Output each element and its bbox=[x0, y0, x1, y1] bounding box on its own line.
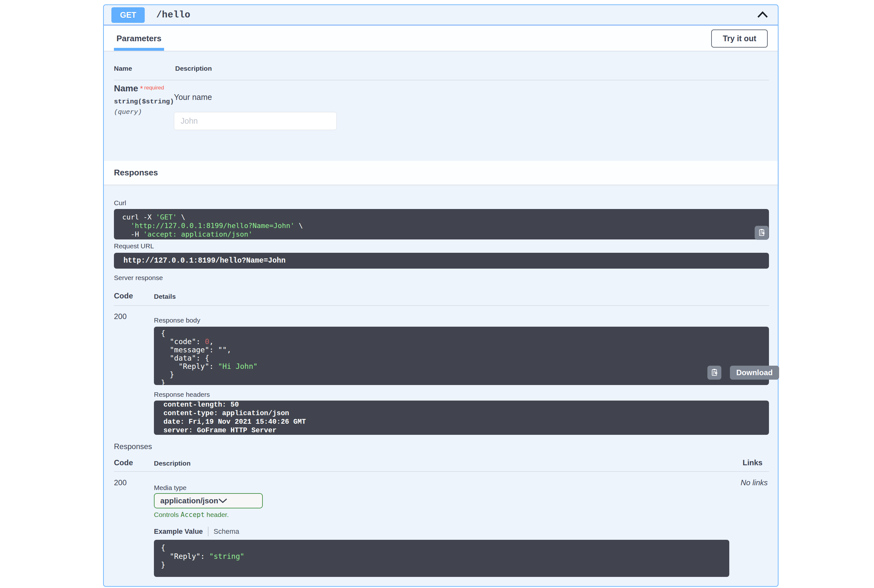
example-value-block: { "Reply": "string"} bbox=[154, 540, 729, 577]
endpoint-path: /hello bbox=[156, 10, 190, 20]
server-response-code-header: Code bbox=[114, 291, 133, 300]
required-asterisk: * bbox=[140, 84, 143, 93]
server-response-details-header: Details bbox=[154, 293, 176, 300]
operation-summary[interactable]: GET /hello bbox=[104, 5, 778, 26]
parameters-section-header: Parameters Try it out bbox=[104, 26, 778, 51]
media-type-label: Media type bbox=[154, 484, 187, 492]
no-links-text: No links bbox=[741, 478, 768, 487]
curl-command-block: curl -X 'GET' \ 'http://127.0.0.1:8199/h… bbox=[114, 209, 769, 240]
parameter-name: Name bbox=[114, 83, 138, 93]
documented-status-code: 200 bbox=[114, 478, 126, 487]
required-label: required bbox=[144, 85, 164, 91]
try-it-out-button[interactable]: Try it out bbox=[711, 30, 768, 48]
parameter-name-cell: Name*required bbox=[114, 83, 164, 93]
response-copy-button[interactable] bbox=[707, 366, 721, 380]
param-col-header-name: Name bbox=[114, 65, 132, 72]
chevron-up-icon bbox=[757, 14, 768, 19]
media-type-selected-value: application/json bbox=[160, 496, 218, 505]
curl-copy-button[interactable] bbox=[755, 226, 769, 240]
parameters-title: Parameters bbox=[116, 34, 161, 44]
responses-table-title: Responses bbox=[114, 442, 152, 451]
params-divider bbox=[114, 80, 769, 80]
param-col-header-description: Description bbox=[175, 65, 212, 72]
controls-accept-note: Controls Accept header. bbox=[154, 511, 229, 519]
copy-to-clipboard-icon bbox=[758, 228, 766, 237]
response-body-block: { "code": 0, "message": "", "data": { "R… bbox=[154, 327, 769, 385]
name-parameter-input[interactable] bbox=[174, 112, 337, 130]
request-url-label: Request URL bbox=[114, 242, 154, 250]
chevron-down-icon bbox=[218, 496, 227, 505]
response-body-label: Response body bbox=[154, 316, 200, 324]
tab-separator bbox=[208, 527, 209, 536]
tab-example-value[interactable]: Example Value bbox=[154, 527, 203, 536]
accept-header-code: Accept bbox=[181, 511, 205, 519]
swagger-page: GET /hello Parameters Try it out Name De… bbox=[0, 0, 874, 588]
media-type-select[interactable]: application/json bbox=[154, 493, 263, 508]
responses-table-divider bbox=[114, 471, 769, 472]
responses-section-header: Responses bbox=[104, 161, 778, 184]
server-response-status-code: 200 bbox=[114, 312, 126, 321]
download-button[interactable]: Download bbox=[730, 366, 779, 380]
collapse-button[interactable] bbox=[755, 9, 770, 21]
parameter-location: (query) bbox=[114, 108, 142, 116]
response-headers-label: Response headers bbox=[154, 391, 210, 398]
operation-block-get-hello: GET /hello Parameters Try it out Name De… bbox=[103, 4, 778, 587]
http-method-badge: GET bbox=[111, 7, 145, 23]
request-url-block: http://127.0.0.1:8199/hello?Name=John bbox=[114, 253, 769, 268]
curl-label: Curl bbox=[114, 199, 126, 207]
responses-title: Responses bbox=[114, 168, 158, 178]
response-headers-block: content-length: 50content-type: applicat… bbox=[154, 400, 769, 435]
copy-to-clipboard-icon bbox=[710, 368, 719, 377]
server-response-label: Server response bbox=[114, 274, 163, 282]
parameter-type: string($string) bbox=[114, 98, 174, 105]
responses-code-header: Code bbox=[114, 458, 133, 467]
tab-parameters[interactable]: Parameters bbox=[114, 26, 164, 51]
server-response-divider bbox=[114, 305, 769, 306]
responses-links-header: Links bbox=[743, 458, 763, 467]
parameter-description: Your name bbox=[174, 93, 212, 102]
example-schema-tabs: Example Value Schema bbox=[154, 527, 239, 536]
responses-description-header: Description bbox=[154, 459, 191, 467]
tab-schema[interactable]: Schema bbox=[214, 527, 239, 536]
